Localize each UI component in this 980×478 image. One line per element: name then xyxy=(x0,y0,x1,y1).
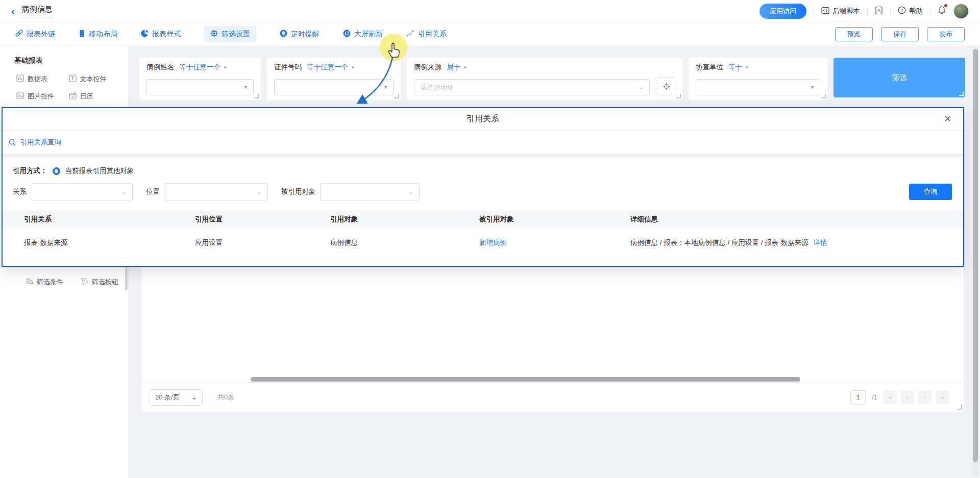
page-scrollbar[interactable] xyxy=(972,47,978,477)
mode-label: 引用方式： xyxy=(13,166,47,175)
document-button[interactable]: A xyxy=(875,6,883,16)
col-header: 引用位置 xyxy=(195,210,330,229)
relation-icon xyxy=(406,30,414,39)
prev-page-button[interactable]: ‹ xyxy=(901,391,914,404)
table-row: 报表-数据来源 应用设置 病例信息 新增病例 病例信息 / 报表：本地病例信息 … xyxy=(3,229,963,258)
reference-query-tab[interactable]: 引用关系查询 xyxy=(3,131,963,154)
close-icon[interactable]: × xyxy=(944,112,951,125)
detail-link[interactable]: 详情 xyxy=(814,239,827,246)
crosshair-icon xyxy=(663,83,670,90)
code-icon xyxy=(821,7,829,16)
backend-script-button[interactable]: 后端脚本 xyxy=(821,7,860,16)
app-access-button[interactable]: 应用访问 xyxy=(760,4,806,19)
help-button[interactable]: ? 帮助 xyxy=(898,6,923,16)
referenced-field-label: 被引用对象 xyxy=(281,187,316,196)
horizontal-scrollbar-thumb[interactable] xyxy=(251,377,800,382)
preview-button[interactable]: 预览 xyxy=(835,27,873,41)
page-size-select[interactable]: 20 条/页 ⌄ xyxy=(150,389,203,406)
referenced-select[interactable]: ⌄ xyxy=(320,183,420,200)
divider xyxy=(930,7,930,15)
chevron-down-icon: ⌄ xyxy=(257,188,262,195)
filter-label: 协查单位 xyxy=(696,63,723,72)
reference-table: 引用关系 引用位置 引用对象 被引用对象 详细信息 报表-数据来源 应用设置 病… xyxy=(3,210,963,258)
filter-submit-button[interactable]: 筛选 xyxy=(834,58,965,97)
question-icon: ? xyxy=(898,6,906,16)
mode-option-label: 当前报表引用其他对象 xyxy=(65,166,134,175)
sidebar-item-text-widget[interactable]: 文本控件 xyxy=(69,74,121,84)
relation-select[interactable]: ⌄ xyxy=(31,183,133,200)
operator-dropdown[interactable]: 属于 xyxy=(447,63,460,72)
sidebar-item-data-table[interactable]: 数据表 xyxy=(16,74,69,84)
modal-title: 引用关系 xyxy=(467,114,499,124)
sidebar-item-calendar[interactable]: 日历 xyxy=(69,92,121,101)
svg-text:A: A xyxy=(877,8,880,13)
filter-card-id-number: 证件号码 等于任意一个 ▼ ▼ xyxy=(267,58,401,100)
referenced-object-link[interactable]: 新增病例 xyxy=(479,239,507,246)
id-number-select[interactable]: ▼ xyxy=(274,79,394,95)
toolbar-item-timed-reminder[interactable]: 定时提醒 xyxy=(280,30,320,39)
divider xyxy=(210,389,210,406)
chevron-down-icon: ⌄ xyxy=(408,188,414,195)
toolbar-item-report-link[interactable]: 报表外链 xyxy=(15,30,55,39)
sidebar-item-image-widget[interactable]: 图片控件 xyxy=(16,92,69,101)
page-number-input[interactable] xyxy=(850,390,866,405)
dropdown-triangle-icon: ▼ xyxy=(383,85,388,90)
query-button[interactable]: 查询 xyxy=(909,184,952,200)
operator-dropdown[interactable]: 等于 xyxy=(728,63,742,72)
image-widget-icon xyxy=(16,92,24,101)
mode-radio-selected[interactable] xyxy=(53,167,60,175)
refresh-icon xyxy=(343,30,351,39)
chevron-down-icon: ⌄ xyxy=(639,83,644,91)
divider xyxy=(890,7,891,15)
operator-dropdown[interactable]: 等于任意一个 xyxy=(179,63,220,72)
divider xyxy=(814,7,814,15)
address-select[interactable]: 请选择地址 ⌄ xyxy=(414,79,650,95)
toolbar-item-mobile-layout[interactable]: 移动布局 xyxy=(79,30,117,39)
last-page-button[interactable]: » xyxy=(936,391,949,404)
dropdown-triangle-icon: ▼ xyxy=(463,65,467,70)
notification-bell-icon[interactable] xyxy=(938,6,946,17)
toolbar-item-filter-settings[interactable]: 筛选设置 xyxy=(204,26,256,42)
avatar[interactable] xyxy=(953,4,969,19)
page-title[interactable]: 病例信息 xyxy=(22,5,53,17)
toolbar-item-reference-relations[interactable]: 引用关系 xyxy=(406,30,447,39)
divider xyxy=(867,7,868,15)
sidebar-scrollbar-thumb[interactable] xyxy=(125,267,128,290)
cell-detail: 病例信息 / 报表：本地病例信息 / 应用设置 / 报表-数据来源 xyxy=(630,239,808,246)
filter-card-case-source: 病例来源 属于 ▼ 请选择地址 ⌄ xyxy=(407,58,682,100)
section-divider xyxy=(3,154,963,157)
first-page-button[interactable]: « xyxy=(884,391,897,404)
next-page-button[interactable]: › xyxy=(918,391,932,404)
col-header: 引用关系 xyxy=(3,210,195,229)
calendar-icon xyxy=(69,92,77,101)
assist-unit-select[interactable]: ▼ xyxy=(696,79,820,95)
position-select[interactable]: ⌄ xyxy=(164,183,268,200)
toolbar-item-screen-refresh[interactable]: 大屏刷新 xyxy=(343,30,383,39)
pagination-bar: 20 条/页 ⌄ 共0条 /1 « ‹ › » xyxy=(141,382,964,412)
location-picker-button[interactable] xyxy=(657,77,675,95)
sidebar-heading: 基础报表 xyxy=(14,56,128,65)
save-button[interactable]: 保存 xyxy=(881,27,919,41)
dropdown-triangle-icon: ▼ xyxy=(223,65,227,70)
dropdown-triangle-icon: ▼ xyxy=(243,85,248,90)
page-scrollbar-thumb[interactable] xyxy=(973,49,978,462)
top-header: ‹ 病例信息 应用访问 后端脚本 A ? 帮助 xyxy=(0,0,980,22)
publish-button[interactable]: 发布 xyxy=(927,27,965,41)
page-total-label: /1 xyxy=(872,393,877,401)
case-name-select[interactable]: ▼ xyxy=(146,79,254,95)
back-icon[interactable]: ‹ xyxy=(11,6,15,16)
chevron-down-icon: ⌄ xyxy=(191,393,197,401)
search-icon xyxy=(9,139,16,146)
col-header: 被引用对象 xyxy=(479,210,630,229)
mobile-icon xyxy=(79,30,85,39)
document-icon: A xyxy=(875,6,883,16)
toolbar-item-report-style[interactable]: 报表样式 xyxy=(141,30,181,39)
dropdown-triangle-icon: ▼ xyxy=(810,85,815,90)
filter-condition-icon xyxy=(26,278,33,287)
cell-position: 应用设置 xyxy=(195,229,330,258)
dropdown-triangle-icon: ▼ xyxy=(351,65,355,70)
sidebar-item-filter-condition[interactable]: 筛选条件 xyxy=(26,278,81,287)
gear-icon xyxy=(210,30,218,39)
operator-dropdown[interactable]: 等于任意一个 xyxy=(307,63,348,72)
svg-text:?: ? xyxy=(900,8,903,13)
